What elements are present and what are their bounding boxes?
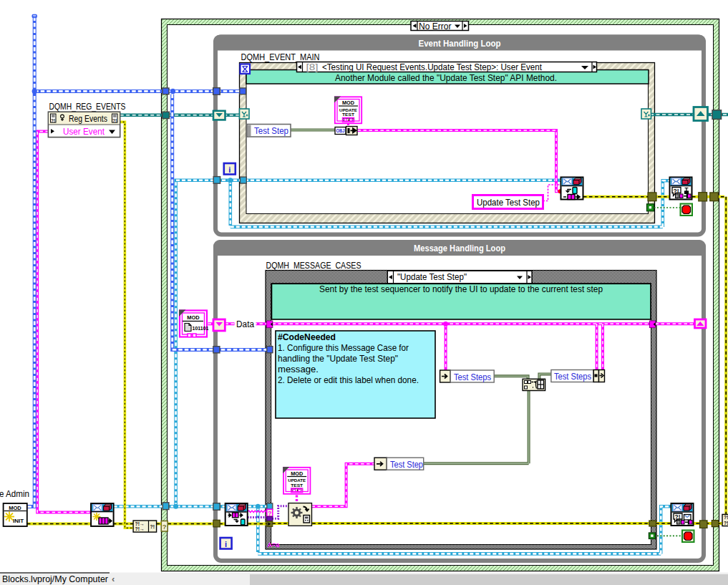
svg-text:MOD: MOD — [291, 471, 303, 476]
svg-text:Message Handling Loop: Message Handling Loop — [414, 243, 505, 253]
svg-text:UPDATE: UPDATE — [288, 478, 306, 483]
svg-text:TEST: TEST — [291, 483, 303, 488]
svg-text:DQMH_MESSAGE_CASES: DQMH_MESSAGE_CASES — [266, 261, 361, 271]
svg-text:No Error: No Error — [419, 21, 452, 32]
svg-text:?!: ?! — [675, 513, 681, 521]
svg-text:?!: ?! — [724, 521, 728, 526]
svg-text:Test Step: Test Step — [254, 125, 288, 136]
svg-text:MOD: MOD — [187, 314, 200, 321]
svg-text:<Testing UI Request Events.Upd: <Testing UI Request Events.Update Test S… — [322, 62, 542, 72]
svg-text:DQMH_REG_EVENTS: DQMH_REG_EVENTS — [49, 102, 126, 112]
svg-text:Test Steps: Test Steps — [554, 371, 591, 382]
svg-text:‹: ‹ — [112, 574, 115, 584]
svg-text:OBJ: OBJ — [336, 128, 345, 133]
svg-text:Another Module called the "Upd: Another Module called the "Update Test S… — [335, 73, 557, 83]
svg-text:message.: message. — [278, 364, 319, 374]
svg-text:e Admin: e Admin — [0, 488, 29, 499]
svg-text:101101: 101101 — [193, 326, 209, 331]
svg-text:MOD: MOD — [342, 100, 354, 105]
svg-text:UPDATE: UPDATE — [339, 108, 357, 112]
svg-text:User Event: User Event — [63, 127, 105, 137]
svg-text:?!→: ?!→ — [135, 526, 145, 531]
svg-text:"Update Test Step": "Update Test Step" — [397, 272, 467, 282]
svg-text:TEST: TEST — [342, 112, 354, 117]
svg-text:?!: ?! — [724, 515, 728, 520]
svg-text:Sent by the test sequencer to: Sent by the test sequencer to notify the… — [319, 284, 603, 294]
svg-text:1. Configure this Message Case: 1. Configure this Message Case for — [278, 342, 409, 353]
svg-text:?!: ?! — [112, 118, 117, 123]
svg-text:Test Step: Test Step — [390, 459, 423, 470]
svg-text:Reg Events: Reg Events — [69, 114, 107, 124]
svg-text:INIT: INIT — [13, 518, 24, 524]
svg-text:A=a: A=a — [268, 541, 281, 548]
svg-text:?: ? — [268, 510, 271, 517]
svg-text:Event Handling Loop: Event Handling Loop — [419, 38, 501, 49]
svg-text:MOD: MOD — [9, 505, 21, 511]
svg-text:?: ? — [162, 523, 167, 531]
svg-text:Data: Data — [236, 319, 254, 329]
svg-text:handling the "Update Test Step: handling the "Update Test Step" — [278, 353, 398, 364]
svg-text:2. Delete or edit this label w: 2. Delete or edit this label when done. — [278, 374, 419, 385]
svg-text:DQMH_EVENT_MAIN: DQMH_EVENT_MAIN — [241, 52, 320, 62]
svg-text:i: i — [228, 165, 230, 174]
svg-text:?!: ?! — [51, 118, 55, 123]
svg-text:?!: ?! — [674, 188, 679, 195]
svg-text:?!→: ?!→ — [135, 521, 145, 526]
svg-text:Test Steps: Test Steps — [454, 372, 491, 382]
svg-text:i: i — [225, 540, 227, 548]
svg-text:#CodeNeeded: #CodeNeeded — [278, 332, 336, 342]
svg-text:Blocks.lvproj/My Computer: Blocks.lvproj/My Computer — [2, 574, 108, 584]
svg-text:Update Test Step: Update Test Step — [477, 197, 540, 208]
svg-text:?!: ?! — [150, 524, 155, 529]
svg-text:[8]: [8] — [306, 62, 319, 72]
